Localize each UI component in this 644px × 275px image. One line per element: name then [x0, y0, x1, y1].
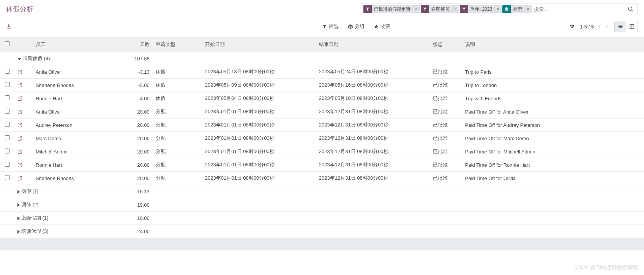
cell-days: -5.00 [131, 79, 153, 92]
table-row[interactable]: Mitchell Admin20.00分配2023年01月01日 08时00分0… [0, 145, 644, 158]
open-record-button[interactable] [17, 96, 30, 101]
cell-start: 2023年01月01日 08时00分00秒 [202, 145, 316, 158]
cell-status: 已批准 [430, 145, 462, 158]
download-button[interactable] [6, 17, 322, 36]
filter-menu[interactable]: 筛选 [322, 23, 339, 30]
col-status[interactable]: 状态 [430, 37, 462, 52]
group-total: 107.88 [131, 52, 153, 65]
table-row[interactable]: Sharlene Rhodes-5.00休假2023年05月09日 08时00分… [0, 79, 644, 92]
download-icon [6, 24, 11, 29]
layers-icon [348, 24, 353, 29]
caret-down-icon [17, 58, 21, 60]
refresh-icon [569, 24, 575, 29]
view-pivot-button[interactable] [626, 21, 638, 32]
facet-remove[interactable]: × [452, 6, 459, 12]
col-start[interactable]: 开始日期 [202, 37, 316, 52]
svg-rect-5 [630, 25, 634, 29]
row-checkbox[interactable] [5, 69, 10, 74]
table-row[interactable]: Sharlene Rhodes20.00分配2023年01月01日 08时00分… [0, 172, 644, 185]
facet-remove[interactable]: × [413, 6, 420, 12]
col-end[interactable]: 结束日期 [316, 37, 430, 52]
table-row[interactable]: Audrey Peterson20.00分配2023年01月01日 08时00分… [0, 119, 644, 132]
table-row[interactable]: Marc Demo20.00分配2023年01月01日 08时00分00秒202… [0, 132, 644, 145]
caret-right-icon [17, 217, 20, 220]
group-total: 10.00 [131, 212, 153, 225]
row-checkbox[interactable] [5, 149, 10, 153]
table-row[interactable]: Ronnie Hart20.00分配2023年01月01日 08时00分00秒2… [0, 158, 644, 172]
select-all-checkbox[interactable] [5, 41, 10, 46]
row-checkbox[interactable] [5, 162, 10, 167]
table-row[interactable]: Anita Oliver-3.13休假2023年05月18日 08时00分00秒… [0, 65, 644, 79]
view-list-button[interactable] [615, 21, 626, 32]
open-record-button[interactable] [17, 83, 30, 88]
pager-prev[interactable] [597, 24, 601, 29]
cell-status: 已批准 [430, 172, 462, 185]
cell-days: 20.00 [131, 172, 153, 185]
cell-employee: Sharlene Rhodes [33, 79, 131, 92]
group-row[interactable]: 上级假期 (1)10.00 [0, 212, 644, 225]
filter-label: 筛选 [329, 23, 339, 30]
pager-next[interactable] [605, 24, 609, 29]
refresh-button[interactable] [569, 24, 575, 29]
favorite-menu[interactable]: 收藏 [374, 23, 390, 30]
svg-line-1 [631, 10, 633, 11]
open-record-button[interactable] [17, 149, 30, 154]
row-checkbox[interactable] [5, 122, 10, 127]
cell-type: 分配 [153, 158, 202, 172]
open-record-button[interactable] [17, 123, 30, 128]
col-desc[interactable]: 说明 [462, 37, 644, 52]
cell-start: 2023年01月01日 08时00分00秒 [202, 158, 316, 172]
row-checkbox[interactable] [5, 82, 10, 87]
data-table: 员工 天数 申请类型 开始日期 结束日期 状态 说明 带薪休假 (9)107.8… [0, 37, 644, 250]
cell-start: 2023年01月01日 08时00分00秒 [202, 172, 316, 185]
cell-start: 2023年05月09日 08时00分00秒 [202, 79, 316, 92]
col-days[interactable]: 天数 [131, 37, 153, 52]
cell-type: 分配 [153, 119, 202, 132]
cell-desc: Paid Time Off for Olivia [462, 172, 644, 185]
row-checkbox[interactable] [5, 95, 10, 100]
open-record-button[interactable] [17, 163, 30, 168]
cell-type: 休假 [153, 79, 202, 92]
table-row[interactable]: Anita Oliver20.00分配2023年01月01日 08时00分00秒… [0, 105, 644, 119]
row-checkbox[interactable] [5, 175, 10, 180]
cell-desc: Trip to London [462, 79, 644, 92]
cell-end: 2023年12月31日 08时00分00秒 [316, 105, 430, 119]
cell-employee: Sharlene Rhodes [33, 172, 131, 185]
search-button[interactable] [626, 5, 635, 14]
search-box[interactable]: 已批准的假期申请×在职雇员×当年: 2023×类型× [361, 3, 638, 15]
cell-end: 2023年12月31日 08时00分00秒 [316, 158, 430, 172]
col-type[interactable]: 申请类型 [153, 37, 202, 52]
open-record-button[interactable] [17, 176, 30, 181]
row-checkbox[interactable] [5, 135, 10, 140]
pivot-icon [629, 24, 635, 29]
group-menu[interactable]: 分组 [348, 23, 365, 30]
facet-remove[interactable]: × [494, 6, 502, 12]
group-row[interactable]: 培训休假 (3)24.00 [0, 225, 644, 238]
table-row[interactable]: Ronnie Hart-4.00休假2023年05月04日 08时00分00秒2… [0, 92, 644, 105]
group-name: 病假 (7) [21, 188, 39, 194]
row-checkbox[interactable] [5, 109, 10, 114]
cell-days: 20.00 [131, 119, 153, 132]
group-row[interactable]: 带薪休假 (9)107.88 [0, 52, 644, 65]
view-switcher [614, 21, 638, 32]
caret-right-icon [17, 190, 20, 194]
open-record-button[interactable] [17, 70, 30, 74]
search-input[interactable] [532, 5, 626, 14]
caret-right-icon [17, 230, 20, 234]
group-row[interactable]: 病假 (7)-16.13 [0, 185, 644, 198]
cell-status: 已批准 [430, 92, 462, 105]
cell-start: 2023年01月01日 08时00分00秒 [202, 119, 316, 132]
open-record-button[interactable] [17, 109, 30, 114]
cell-status: 已批准 [430, 105, 462, 119]
group-total: 19.00 [131, 198, 153, 212]
facet-remove[interactable]: × [524, 6, 532, 12]
cell-desc: Paid Time Off for Mitchell Admin [462, 145, 644, 158]
svg-rect-3 [619, 26, 623, 27]
col-employee[interactable]: 员工 [33, 37, 131, 52]
pager-text: 1-5 / 5 [580, 24, 594, 30]
cell-desc: Trip to Paris [462, 65, 644, 79]
open-record-button[interactable] [17, 136, 30, 141]
cell-status: 已批准 [430, 132, 462, 145]
control-panel: 休假分析 已批准的假期申请×在职雇员×当年: 2023×类型× 筛选 [0, 0, 644, 37]
group-row[interactable]: 调休 (2)19.00 [0, 198, 644, 212]
